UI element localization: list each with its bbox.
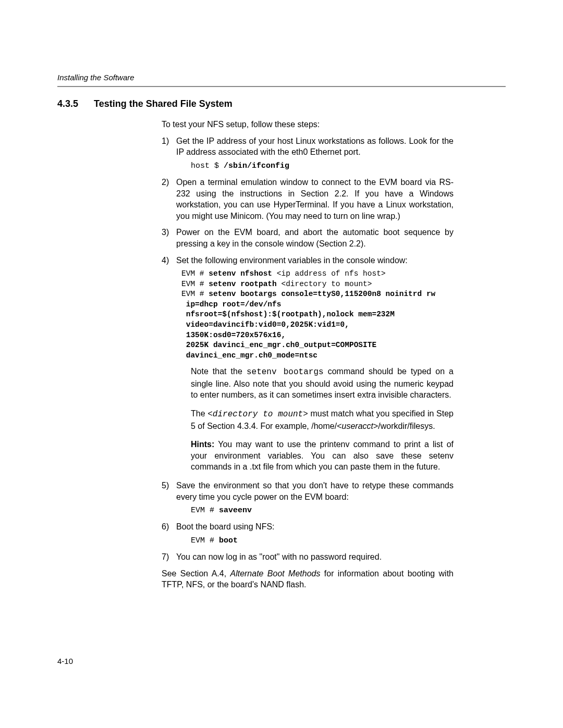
code-cmd: davinci_enc_mgr.ch0_mode=ntsc	[181, 351, 317, 360]
note1-a: Note that the	[191, 367, 247, 376]
section-title: Testing the Shared File System	[94, 98, 232, 109]
step-2: Open a terminal emulation window to conn…	[162, 177, 454, 221]
code-prompt: EVM #	[181, 280, 209, 288]
code-cmd: setenv rootpath	[209, 280, 281, 288]
closing-paragraph: See Section A.4, Alternate Boot Methods …	[162, 568, 454, 590]
section-number: 4.3.5	[57, 98, 94, 109]
code-cmd: setenv nfshost	[209, 269, 277, 278]
step-4: Set the following environment variables …	[162, 255, 454, 473]
step-3: Power on the EVM board, and abort the au…	[162, 227, 454, 249]
step-4-code: EVM # setenv nfshost <ip address of nfs …	[181, 269, 454, 361]
code-command: /sbin/ifconfig	[224, 162, 289, 170]
hints-label: Hints:	[191, 440, 214, 449]
step-4-note-2: The <directory to mount> must match what…	[191, 408, 454, 431]
code-prompt: EVM #	[181, 290, 209, 298]
step-5-code: EVM # saveenv	[191, 505, 454, 516]
note2-code: <directory to mount>	[207, 410, 308, 419]
step-6: Boot the board using NFS: EVM # boot	[162, 521, 454, 546]
note2-e: >/workdir/filesys.	[373, 422, 435, 430]
code-prompt: EVM #	[191, 536, 219, 545]
step-7: You can now log in as "root" with no pas…	[162, 551, 454, 563]
code-cmd: setenv bootargs console=ttyS0,115200n8 n…	[209, 290, 435, 298]
step-7-text: You can now log in as "root" with no pas…	[176, 552, 382, 561]
code-prompt: EVM #	[181, 269, 209, 278]
code-command: boot	[219, 536, 238, 545]
note2-useracct: useracct	[342, 422, 373, 430]
step-1-code: host $ /sbin/ifconfig	[191, 161, 454, 171]
page-number: 4-10	[57, 657, 73, 665]
code-arg: <ip address of nfs host>	[277, 269, 386, 278]
section-heading: 4.3.5 Testing the Shared File System	[57, 98, 506, 109]
step-2-text: Open a terminal emulation window to conn…	[176, 178, 454, 220]
code-cmd: video=davincifb:vid0=0,2025K:vid1=0,	[181, 320, 349, 329]
note1-code: setenv bootargs	[247, 367, 324, 377]
closing-a: See Section A.4,	[162, 569, 230, 578]
step-6-code: EVM # boot	[191, 536, 454, 546]
note2-a: The	[191, 409, 207, 418]
code-cmd: nfsroot=$(nfshost):$(rootpath),nolock me…	[181, 310, 395, 318]
step-1-text: Get the IP address of your host Linux wo…	[176, 137, 454, 157]
step-3-text: Power on the EVM board, and abort the au…	[176, 228, 454, 248]
page: Installing the Software 4.3.5 Testing th…	[0, 0, 563, 728]
step-5: Save the environment so that you don't h…	[162, 480, 454, 516]
step-4-note-1: Note that the setenv bootargs command sh…	[191, 366, 454, 401]
step-4-text: Set the following environment variables …	[176, 256, 408, 265]
code-prompt: host $	[191, 162, 224, 170]
step-6-text: Boot the board using NFS:	[176, 522, 275, 531]
code-cmd: 2025K davinci_enc_mgr.ch0_output=COMPOSI…	[181, 341, 376, 349]
code-command: saveenv	[219, 506, 252, 515]
step-4-hints: Hints: You may want to use the printenv …	[191, 439, 454, 473]
code-arg: <directory to mount>	[281, 280, 372, 288]
closing-ref-title: Alternate Boot Methods	[230, 569, 320, 578]
step-1: Get the IP address of your host Linux wo…	[162, 135, 454, 171]
code-prompt: EVM #	[191, 506, 219, 515]
intro-paragraph: To test your NFS setup, follow these ste…	[162, 119, 454, 130]
steps-list: Get the IP address of your host Linux wo…	[162, 135, 454, 563]
running-header: Installing the Software	[57, 73, 506, 86]
header-rule	[57, 86, 506, 87]
step-5-text: Save the environment so that you don't h…	[176, 481, 454, 501]
hints-text: You may want to use the printenv command…	[191, 440, 454, 471]
code-cmd: ip=dhcp root=/dev/nfs	[181, 300, 281, 309]
body-column: To test your NFS setup, follow these ste…	[162, 119, 454, 590]
code-cmd: 1350K:osd0=720x576x16,	[181, 331, 286, 339]
